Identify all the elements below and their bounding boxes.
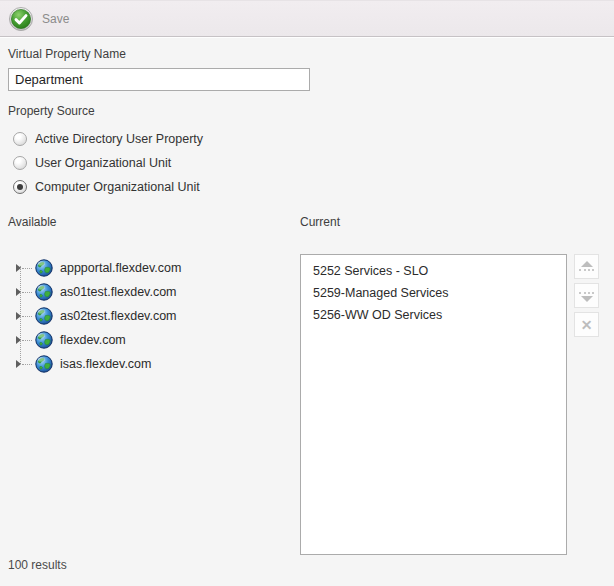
save-check-icon xyxy=(9,7,33,31)
tree-item-label: as02test.flexdev.com xyxy=(60,309,177,323)
toolbar: Save xyxy=(0,0,614,37)
current-panel: 5252 Services - SLO 5259-Managed Service… xyxy=(300,254,599,555)
tree-item-domain[interactable]: as01test.flexdev.com xyxy=(8,280,300,304)
available-panel: appportal.flexdev.com xyxy=(8,254,300,376)
expander-icon[interactable] xyxy=(16,336,21,344)
virtual-property-name-input[interactable] xyxy=(8,68,310,91)
property-source-radio-option[interactable]: User Organizational Unit xyxy=(13,155,606,170)
globe-icon xyxy=(35,259,53,277)
globe-icon xyxy=(35,307,53,325)
x-icon: ✕ xyxy=(581,318,593,332)
down-arrow-baseline xyxy=(579,292,594,294)
columns-header: Available Current xyxy=(8,215,606,229)
tree-connector-line xyxy=(22,292,32,293)
down-arrow-icon xyxy=(581,296,593,302)
tree-item-domain[interactable]: as02test.flexdev.com xyxy=(8,304,300,328)
current-label: Current xyxy=(300,215,340,229)
radio-icon[interactable] xyxy=(13,132,27,146)
tree-item-domain[interactable]: flexdev.com xyxy=(8,328,300,352)
virtual-property-name-label: Virtual Property Name xyxy=(8,47,606,61)
tree-item-domain[interactable]: appportal.flexdev.com xyxy=(8,256,300,280)
property-source-radio-option[interactable]: Computer Organizational Unit xyxy=(13,179,606,194)
current-list-item[interactable]: 5256-WW OD Services xyxy=(301,305,566,327)
expander-icon[interactable] xyxy=(16,288,21,296)
radio-option-label: Active Directory User Property xyxy=(35,132,203,146)
current-list-item[interactable]: 5259-Managed Services xyxy=(301,283,566,305)
expander-icon[interactable] xyxy=(16,360,21,368)
globe-icon xyxy=(35,331,53,349)
current-listbox[interactable]: 5252 Services - SLO 5259-Managed Service… xyxy=(300,254,567,555)
current-list-item[interactable]: 5252 Services - SLO xyxy=(301,261,566,283)
main-content: Virtual Property Name Property Source Ac… xyxy=(0,37,614,572)
available-label: Available xyxy=(8,215,300,229)
property-source-radio-group: Active Directory User Property User Orga… xyxy=(8,131,606,194)
property-source-label: Property Source xyxy=(8,104,606,118)
radio-option-label: User Organizational Unit xyxy=(35,156,171,170)
tree-connector-line xyxy=(22,316,32,317)
tree-item-label: as01test.flexdev.com xyxy=(60,285,177,299)
up-arrow-baseline xyxy=(579,269,594,271)
radio-icon[interactable] xyxy=(13,156,27,170)
up-arrow-icon xyxy=(581,261,593,267)
available-domains-tree: appportal.flexdev.com xyxy=(8,254,300,376)
tree-connector-line xyxy=(22,340,32,341)
columns: appportal.flexdev.com xyxy=(8,254,606,555)
expander-icon[interactable] xyxy=(16,312,21,320)
move-down-button[interactable] xyxy=(574,283,599,308)
tree-item-label: flexdev.com xyxy=(60,333,126,347)
results-count: 100 results xyxy=(8,558,606,572)
globe-icon xyxy=(35,283,53,301)
radio-option-label: Computer Organizational Unit xyxy=(35,180,200,194)
tree-connector-line xyxy=(22,364,32,365)
save-button-label: Save xyxy=(42,12,69,26)
globe-icon xyxy=(35,355,53,373)
property-source-radio-option[interactable]: Active Directory User Property xyxy=(13,131,606,146)
move-up-button[interactable] xyxy=(574,254,599,279)
expander-icon[interactable] xyxy=(16,264,21,272)
save-button[interactable]: Save xyxy=(9,7,69,31)
remove-button[interactable]: ✕ xyxy=(574,312,599,337)
list-action-buttons: ✕ xyxy=(574,254,599,337)
tree-item-label: isas.flexdev.com xyxy=(60,357,151,371)
radio-icon[interactable] xyxy=(13,180,27,194)
tree-connector-line xyxy=(22,268,32,269)
tree-item-label: appportal.flexdev.com xyxy=(60,261,181,275)
tree-item-domain[interactable]: isas.flexdev.com xyxy=(8,352,300,376)
